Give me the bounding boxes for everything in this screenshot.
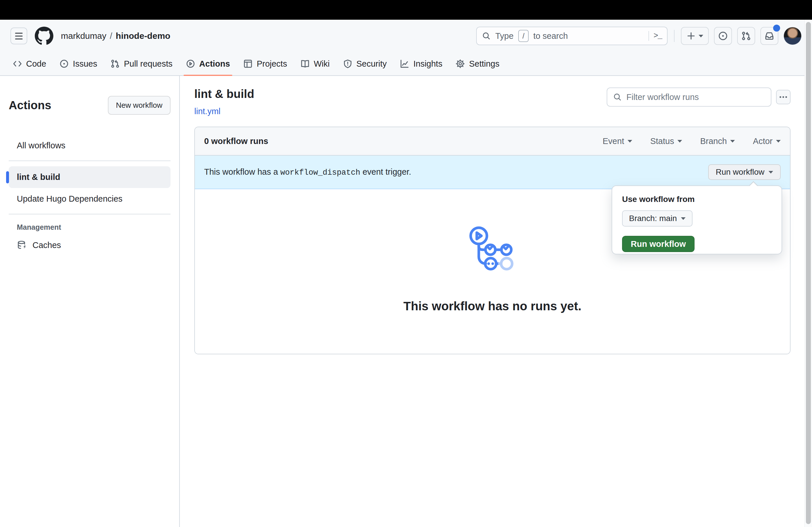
- search-icon: [482, 32, 491, 40]
- divider: [9, 214, 171, 214]
- chevron-down-icon: [776, 140, 781, 142]
- workflow-graph-illustration: [468, 226, 517, 274]
- sidebar-item-lint-build[interactable]: lint & build: [9, 166, 171, 188]
- branch-select-button[interactable]: Branch: main: [622, 210, 693, 227]
- chevron-down-icon: [730, 140, 735, 142]
- table-icon: [243, 59, 252, 69]
- sidebar-item-all-workflows[interactable]: All workflows: [9, 136, 171, 155]
- run-filters: Event Status Branch Actor: [603, 136, 781, 146]
- tab-label: Insights: [413, 59, 442, 69]
- git-pull-request-icon: [111, 59, 120, 69]
- tab-actions[interactable]: Actions: [181, 52, 235, 75]
- issue-opened-icon: [718, 31, 728, 41]
- chevron-down-icon: [699, 35, 703, 37]
- breadcrumb-separator: /: [110, 31, 112, 41]
- global-search-input[interactable]: Type / to search >_: [476, 27, 668, 45]
- run-workflow-submit-button[interactable]: Run workflow: [622, 236, 695, 252]
- hamburger-menu-button[interactable]: [11, 28, 27, 44]
- git-pull-request-icon: [741, 31, 751, 41]
- inbox-button[interactable]: [760, 27, 778, 45]
- issue-opened-icon: [59, 59, 69, 69]
- chevron-down-icon: [627, 140, 632, 142]
- workflow-item-label: lint & build: [17, 172, 60, 182]
- breadcrumb-owner[interactable]: markdumay: [61, 31, 106, 41]
- tab-security[interactable]: Security: [338, 52, 392, 75]
- github-logo-icon[interactable]: [35, 27, 53, 45]
- new-workflow-button[interactable]: New workflow: [108, 96, 171, 115]
- breadcrumb-repo[interactable]: hinode-demo: [116, 31, 170, 41]
- searchbox-divider: [649, 31, 649, 41]
- tab-wiki[interactable]: Wiki: [295, 52, 335, 75]
- inbox-icon: [765, 31, 774, 41]
- filter-placeholder: Filter workflow runs: [626, 92, 699, 102]
- banner-text: This workflow has a workflow_dispatch ev…: [204, 167, 411, 177]
- scrollbar-thumb[interactable]: [806, 22, 811, 524]
- tab-label: Actions: [199, 59, 230, 69]
- workflow-dispatch-code: workflow_dispatch: [280, 168, 360, 177]
- scrollbar-track[interactable]: [804, 20, 812, 527]
- selected-indicator-bar: [6, 171, 9, 183]
- header-actions: Type / to search >_: [476, 27, 801, 45]
- avatar[interactable]: [784, 27, 801, 45]
- tab-label: Issues: [73, 59, 97, 69]
- chevron-down-icon: [768, 171, 773, 174]
- management-section-label: Management: [9, 223, 171, 231]
- empty-state-heading: This workflow has no runs yet.: [403, 299, 581, 313]
- tab-label: Projects: [257, 59, 287, 69]
- shield-icon: [343, 59, 352, 69]
- tab-label: Code: [26, 59, 46, 69]
- run-workflow-popup: Use workflow from Branch: main Run workf…: [612, 185, 782, 254]
- kebab-icon: [779, 92, 788, 102]
- play-icon: [186, 59, 195, 69]
- main-panel: lint & build lint.yml Filter workflow ru…: [180, 76, 812, 527]
- pull-requests-button[interactable]: [737, 27, 755, 45]
- filter-workflow-runs-input[interactable]: Filter workflow runs: [607, 88, 771, 107]
- workflow-list: All workflows lint & build Update Hugo D…: [9, 136, 171, 255]
- header-divider: [674, 30, 675, 42]
- page-title: lint & build: [194, 88, 254, 100]
- hamburger-icon: [15, 33, 23, 34]
- command-palette-icon[interactable]: >_: [654, 32, 662, 40]
- actions-sidebar: Actions New workflow All workflows lint …: [0, 76, 180, 527]
- app-header: markdumay / hinode-demo Type / to search…: [0, 20, 812, 52]
- runs-card-header: 0 workflow runs Event Status Branch Acto…: [195, 127, 790, 155]
- workflow-file-link[interactable]: lint.yml: [194, 107, 220, 116]
- sidebar-item-update-hugo-dependencies[interactable]: Update Hugo Dependencies: [9, 189, 171, 209]
- cache-database-icon: [17, 240, 27, 250]
- tab-insights[interactable]: Insights: [395, 52, 448, 75]
- tab-issues[interactable]: Issues: [54, 52, 102, 75]
- book-icon: [301, 59, 310, 69]
- graph-icon: [400, 59, 409, 69]
- create-new-button[interactable]: [681, 27, 709, 45]
- chevron-down-icon: [678, 140, 682, 142]
- run-workflow-dropdown-button[interactable]: Run workflow: [708, 164, 781, 180]
- tab-label: Settings: [469, 59, 499, 69]
- tab-label: Pull requests: [124, 59, 173, 69]
- filter-event-dropdown[interactable]: Event: [603, 136, 632, 146]
- tab-settings[interactable]: Settings: [450, 52, 505, 75]
- top-black-bar: [0, 0, 812, 20]
- code-icon: [13, 59, 22, 69]
- tab-pull-requests[interactable]: Pull requests: [105, 52, 178, 75]
- workflow-options-kebab-button[interactable]: [776, 90, 791, 104]
- gear-icon: [455, 59, 465, 69]
- tab-projects[interactable]: Projects: [238, 52, 292, 75]
- slash-key-hint: /: [518, 30, 529, 42]
- notification-dot: [773, 25, 780, 32]
- search-placeholder-pre: Type: [495, 31, 513, 41]
- issues-button[interactable]: [714, 27, 732, 45]
- sidebar-item-caches[interactable]: Caches: [9, 236, 171, 255]
- chevron-down-icon: [681, 217, 685, 220]
- tab-code[interactable]: Code: [8, 52, 51, 75]
- breadcrumb: markdumay / hinode-demo: [61, 31, 170, 41]
- plus-icon: [686, 31, 696, 41]
- tab-label: Wiki: [314, 59, 330, 69]
- filter-branch-dropdown[interactable]: Branch: [700, 136, 735, 146]
- search-placeholder-post: to search: [533, 31, 568, 41]
- runs-count: 0 workflow runs: [204, 136, 268, 146]
- content: Actions New workflow All workflows lint …: [0, 76, 812, 527]
- workflow-dispatch-banner: This workflow has a workflow_dispatch ev…: [195, 155, 790, 189]
- filter-status-dropdown[interactable]: Status: [650, 136, 682, 146]
- filter-actor-dropdown[interactable]: Actor: [753, 136, 781, 146]
- caches-label: Caches: [32, 240, 61, 250]
